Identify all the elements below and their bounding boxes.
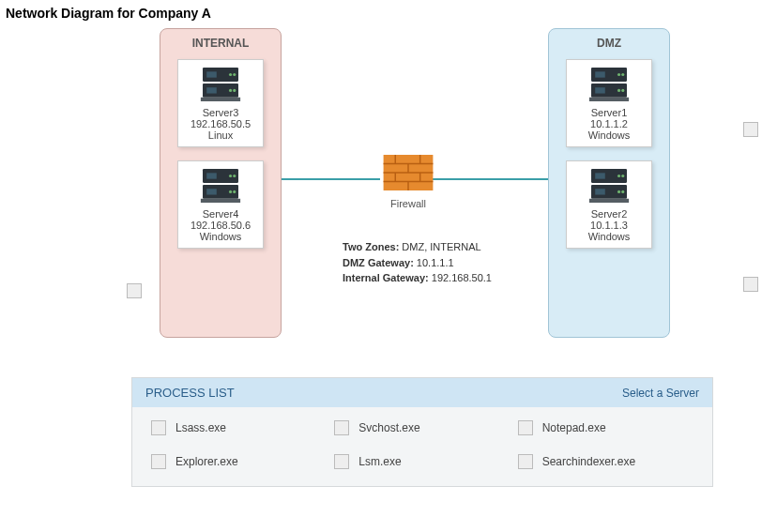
checkbox-icon[interactable] bbox=[151, 420, 166, 435]
process-label: Svchost.exe bbox=[358, 421, 419, 434]
zone-internal: INTERNAL Server3 192.168.50.5 Linux Serv… bbox=[160, 28, 282, 338]
zones-value: DMZ, INTERNAL bbox=[399, 241, 480, 252]
process-item-explorer[interactable]: Explorer.exe bbox=[151, 454, 327, 469]
process-item-svchost[interactable]: Svchost.exe bbox=[334, 420, 510, 435]
zone-info-block: Two Zones: DMZ, INTERNAL DMZ Gateway: 10… bbox=[343, 239, 549, 286]
server-icon bbox=[182, 167, 259, 203]
process-item-lsm[interactable]: Lsm.exe bbox=[334, 454, 510, 469]
server4-ip: 192.168.50.6 bbox=[182, 220, 259, 231]
dmz-gateway-value: 10.1.1.1 bbox=[414, 257, 454, 268]
server1-name: Server1 bbox=[571, 107, 648, 118]
process-list-title: PROCESS LIST bbox=[145, 386, 235, 400]
server1-ip: 10.1.1.2 bbox=[571, 118, 648, 129]
process-label: Notepad.exe bbox=[542, 421, 606, 434]
firewall-icon bbox=[383, 155, 434, 190]
server3-ip: 192.168.50.5 bbox=[182, 118, 259, 129]
process-list-header: PROCESS LIST Select a Server bbox=[132, 378, 712, 407]
server2-ip: 10.1.1.3 bbox=[571, 220, 648, 231]
page-title: Network Diagram for Company A bbox=[0, 0, 762, 21]
server-icon bbox=[182, 66, 259, 101]
server-icon bbox=[571, 66, 648, 101]
server2-name: Server2 bbox=[571, 208, 648, 220]
process-item-lsass[interactable]: Lsass.exe bbox=[151, 420, 327, 435]
server4-card[interactable]: Server4 192.168.50.6 Windows bbox=[177, 160, 264, 249]
firewall-node[interactable]: Firewall bbox=[371, 155, 446, 209]
server4-os: Windows bbox=[182, 231, 259, 242]
checkbox-icon[interactable] bbox=[334, 454, 349, 469]
zone-dmz-title: DMZ bbox=[549, 37, 669, 50]
server3-os: Linux bbox=[182, 129, 259, 141]
connection-line-left bbox=[282, 178, 380, 180]
process-list-body: Lsass.exe Svchost.exe Notepad.exe Explor… bbox=[132, 407, 712, 486]
internal-gateway-label: Internal Gateway: bbox=[343, 272, 429, 283]
process-list-panel: PROCESS LIST Select a Server Lsass.exe S… bbox=[131, 377, 713, 487]
zone-internal-title: INTERNAL bbox=[160, 37, 281, 50]
process-label: Lsm.exe bbox=[358, 455, 401, 468]
select-server-link[interactable]: Select a Server bbox=[622, 387, 699, 400]
process-label: Explorer.exe bbox=[175, 455, 238, 468]
zones-label: Two Zones: bbox=[343, 241, 399, 252]
resize-handle-right-2[interactable] bbox=[743, 277, 758, 292]
server3-name: Server3 bbox=[182, 107, 259, 118]
process-item-notepad[interactable]: Notepad.exe bbox=[518, 420, 693, 435]
resize-handle-left[interactable] bbox=[127, 283, 142, 298]
server1-os: Windows bbox=[571, 129, 648, 141]
server3-card[interactable]: Server3 192.168.50.5 Linux bbox=[177, 59, 264, 147]
zone-dmz: DMZ Server1 10.1.1.2 Windows Server2 10.… bbox=[548, 28, 670, 338]
server1-card[interactable]: Server1 10.1.1.2 Windows bbox=[566, 59, 652, 147]
server2-card[interactable]: Server2 10.1.1.3 Windows bbox=[566, 160, 652, 249]
network-diagram: INTERNAL Server3 192.168.50.5 Linux Serv… bbox=[0, 28, 762, 375]
connection-line-right bbox=[432, 178, 548, 180]
checkbox-icon[interactable] bbox=[334, 420, 349, 435]
process-item-searchindexer[interactable]: Searchindexer.exe bbox=[518, 454, 693, 469]
checkbox-icon[interactable] bbox=[151, 454, 166, 469]
checkbox-icon[interactable] bbox=[518, 420, 533, 435]
internal-gateway-value: 192.168.50.1 bbox=[429, 272, 492, 283]
process-label: Lsass.exe bbox=[175, 421, 226, 434]
firewall-label: Firewall bbox=[371, 198, 446, 209]
server2-os: Windows bbox=[571, 231, 648, 242]
server4-name: Server4 bbox=[182, 208, 259, 220]
process-label: Searchindexer.exe bbox=[542, 455, 635, 468]
dmz-gateway-label: DMZ Gateway: bbox=[343, 257, 414, 268]
server-icon bbox=[571, 167, 648, 203]
resize-handle-right-1[interactable] bbox=[743, 122, 758, 137]
checkbox-icon[interactable] bbox=[518, 454, 533, 469]
